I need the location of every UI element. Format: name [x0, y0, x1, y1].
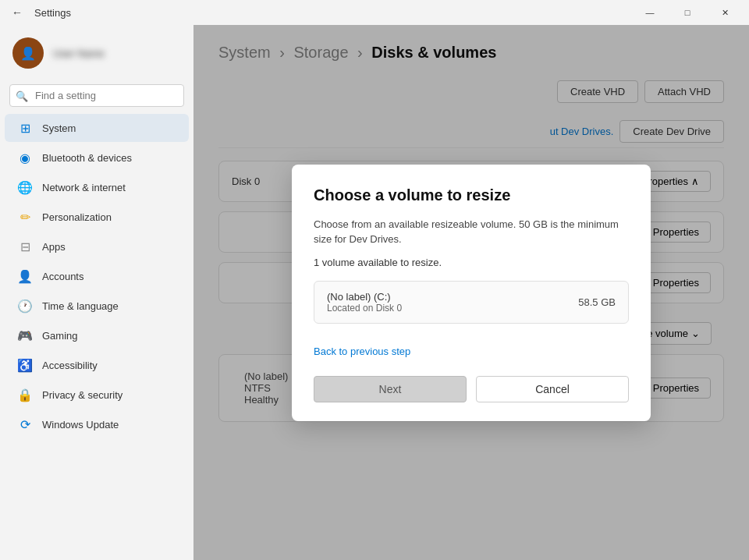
nav-gaming-label: Gaming	[42, 330, 78, 342]
user-name: User Name	[53, 48, 105, 59]
nav-apps-label: Apps	[42, 241, 66, 253]
nav-update[interactable]: ⟳ Windows Update	[5, 410, 189, 438]
network-icon: 🌐	[17, 179, 33, 195]
update-icon: ⟳	[17, 416, 33, 432]
search-icon: 🔍	[16, 90, 28, 101]
nav-system[interactable]: ⊞ System	[5, 114, 189, 142]
bluetooth-icon: ◉	[17, 150, 33, 165]
app-layout: 👤 User Name 🔍 ⊞ System ◉ Bluetooth & dev…	[0, 25, 749, 560]
volume-item-size: 58.5 GB	[578, 296, 616, 308]
nav-accessibility[interactable]: ♿ Accessibility	[5, 351, 189, 379]
nav-personalization-label: Personalization	[42, 211, 112, 223]
title-bar: ← Settings — □ ✕	[0, 0, 749, 25]
window-controls: — □ ✕	[632, 0, 743, 25]
back-button[interactable]: ←	[6, 2, 28, 23]
avatar: 👤	[12, 37, 44, 69]
modal-overlay: Choose a volume to resize Choose from an…	[193, 25, 749, 560]
nav-network[interactable]: 🌐 Network & internet	[5, 173, 189, 201]
personalization-icon: ✏	[17, 209, 33, 225]
nav-accessibility-label: Accessibility	[42, 360, 98, 371]
nav-system-label: System	[42, 122, 76, 134]
nav-accounts-label: Accounts	[42, 271, 83, 282]
nav-network-label: Network & internet	[42, 182, 126, 193]
user-section: 👤 User Name	[0, 31, 193, 81]
search-input[interactable]	[9, 84, 184, 107]
nav-time[interactable]: 🕐 Time & language	[5, 292, 189, 320]
accessibility-icon: ♿	[17, 357, 33, 373]
volume-item-name: (No label) (C:)	[327, 291, 402, 303]
time-icon: 🕐	[17, 298, 33, 314]
nav-update-label: Windows Update	[42, 419, 119, 431]
gaming-icon: 🎮	[17, 328, 33, 343]
modal-volume-count: 1 volume available to resize.	[314, 257, 629, 268]
maximize-button[interactable]: □	[669, 0, 705, 25]
back-icon: ←	[12, 6, 23, 19]
modal-title: Choose a volume to resize	[314, 186, 629, 204]
nav-privacy[interactable]: 🔒 Privacy & security	[5, 381, 189, 409]
privacy-icon: 🔒	[17, 387, 33, 402]
nav-accounts[interactable]: 👤 Accounts	[5, 262, 189, 290]
nav-personalization[interactable]: ✏ Personalization	[5, 203, 189, 231]
modal-dialog: Choose a volume to resize Choose from an…	[292, 165, 651, 421]
nav-time-label: Time & language	[42, 300, 119, 312]
back-to-previous-link[interactable]: Back to previous step	[314, 346, 410, 357]
search-box: 🔍	[9, 84, 184, 107]
nav-privacy-label: Privacy & security	[42, 389, 122, 401]
app-title: Settings	[34, 7, 71, 19]
volume-item-location: Located on Disk 0	[327, 303, 402, 314]
accounts-icon: 👤	[17, 268, 33, 284]
nav-bluetooth-label: Bluetooth & devices	[42, 152, 132, 164]
close-button[interactable]: ✕	[707, 0, 743, 25]
nav-apps[interactable]: ⊟ Apps	[5, 232, 189, 261]
cancel-button[interactable]: Cancel	[476, 376, 629, 402]
next-button[interactable]: Next	[314, 376, 467, 402]
sidebar: 👤 User Name 🔍 ⊞ System ◉ Bluetooth & dev…	[0, 25, 193, 560]
nav-gaming[interactable]: 🎮 Gaming	[5, 321, 189, 349]
system-icon: ⊞	[17, 120, 33, 136]
modal-description: Choose from an available resizeable volu…	[314, 217, 629, 247]
nav-bluetooth[interactable]: ◉ Bluetooth & devices	[5, 144, 189, 172]
minimize-button[interactable]: —	[632, 0, 668, 25]
apps-icon: ⊟	[17, 239, 33, 254]
modal-footer: Next Cancel	[314, 376, 629, 402]
volume-list-item[interactable]: (No label) (C:) Located on Disk 0 58.5 G…	[314, 281, 629, 324]
content-area: System › Storage › Disks & volumes Creat…	[193, 25, 749, 560]
